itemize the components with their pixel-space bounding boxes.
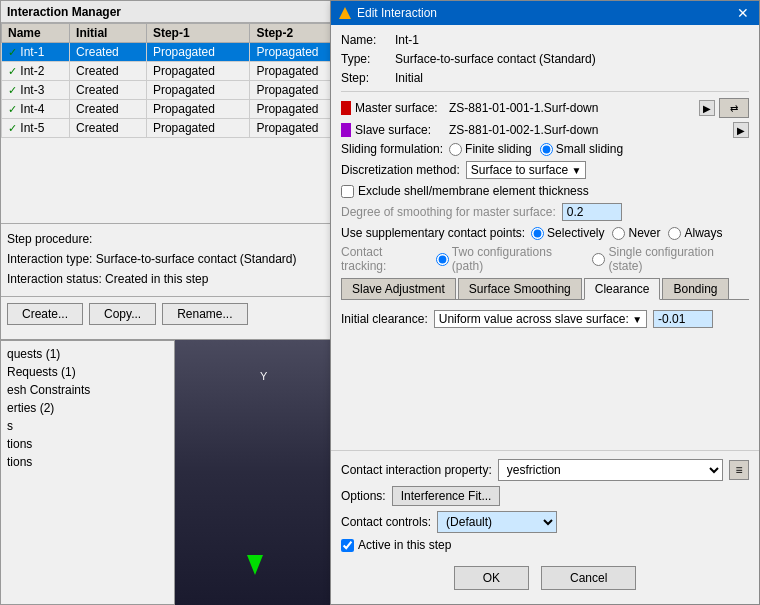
copy-button[interactable]: Copy... bbox=[89, 303, 156, 325]
sidebar-item-s[interactable]: s bbox=[7, 417, 168, 435]
supplementary-row: Use supplementary contact points: Select… bbox=[341, 226, 749, 240]
step-procedure-section: Step procedure: Interaction type: Surfac… bbox=[1, 223, 354, 296]
name-value: Int-1 bbox=[395, 33, 419, 47]
left-sidebar: quests (1) Requests (1) esh Constraints … bbox=[0, 340, 175, 605]
interaction-type-row: Interaction type: Surface-to-surface con… bbox=[7, 250, 348, 268]
name-label: Name: bbox=[341, 33, 391, 47]
discretization-select[interactable]: Surface to surface ▼ bbox=[466, 161, 587, 179]
tabs-bar: Slave Adjustment Surface Smoothing Clear… bbox=[341, 278, 749, 300]
cell-name: ✓ Int-3 bbox=[2, 81, 70, 100]
swap-arrows-icon[interactable]: ⇄ bbox=[719, 98, 749, 118]
small-sliding-option[interactable]: Small sliding bbox=[540, 142, 623, 156]
active-in-step-row: Active in this step bbox=[341, 538, 749, 552]
supplementary-label: Use supplementary contact points: bbox=[341, 226, 525, 240]
contact-tracking-row: Contact tracking: Two configurations (pa… bbox=[341, 245, 749, 273]
always-radio[interactable] bbox=[668, 227, 681, 240]
initial-clearance-label: Initial clearance: bbox=[341, 312, 428, 326]
always-option[interactable]: Always bbox=[668, 226, 722, 240]
cell-initial: Created bbox=[70, 100, 147, 119]
col-header-step1: Step-1 bbox=[146, 24, 250, 43]
dialog-close-button[interactable]: ✕ bbox=[735, 5, 751, 21]
tab-clearance[interactable]: Clearance bbox=[584, 278, 661, 300]
sidebar-item-tions1[interactable]: tions bbox=[7, 435, 168, 453]
sidebar-item-tions2[interactable]: tions bbox=[7, 453, 168, 471]
type-label: Type: bbox=[341, 52, 391, 66]
dialog-title-icon bbox=[339, 7, 351, 19]
controls-row: Contact controls: (Default) bbox=[341, 511, 749, 533]
clearance-value-input[interactable] bbox=[653, 310, 713, 328]
discretization-label: Discretization method: bbox=[341, 163, 460, 177]
edit-interaction-dialog: Edit Interaction ✕ Name: Int-1 Type: Sur… bbox=[330, 0, 760, 605]
supplementary-radio-group: Selectively Never Always bbox=[531, 226, 722, 240]
create-button[interactable]: Create... bbox=[7, 303, 83, 325]
cell-step1: Propagated bbox=[146, 43, 250, 62]
table-row[interactable]: ✓ Int-5 Created Propagated Propagated bbox=[2, 119, 354, 138]
cell-initial: Created bbox=[70, 81, 147, 100]
manager-buttons-row: Create... Copy... Rename... bbox=[1, 296, 354, 331]
single-config-option[interactable]: Single configuration (state) bbox=[592, 245, 749, 273]
never-option[interactable]: Never bbox=[612, 226, 660, 240]
sidebar-item-mesh-constraints[interactable]: esh Constraints bbox=[7, 381, 168, 399]
table-row[interactable]: ✓ Int-4 Created Propagated Propagated bbox=[2, 100, 354, 119]
sidebar-item-quests[interactable]: quests (1) bbox=[7, 345, 168, 363]
active-in-step-checkbox[interactable] bbox=[341, 539, 354, 552]
dialog-actions: OK Cancel bbox=[341, 560, 749, 596]
contact-tracking-label: Contact tracking: bbox=[341, 245, 430, 273]
two-config-option[interactable]: Two configurations (path) bbox=[436, 245, 585, 273]
dialog-title-left: Edit Interaction bbox=[339, 6, 437, 20]
single-config-radio[interactable] bbox=[592, 253, 605, 266]
sidebar-item-requests[interactable]: Requests (1) bbox=[7, 363, 168, 381]
cancel-button[interactable]: Cancel bbox=[541, 566, 636, 590]
never-radio[interactable] bbox=[612, 227, 625, 240]
smoothing-row: Degree of smoothing for master surface: bbox=[341, 203, 749, 221]
ok-button[interactable]: OK bbox=[454, 566, 529, 590]
step-label: Step: bbox=[341, 71, 391, 85]
green-arrow bbox=[247, 555, 263, 575]
controls-select[interactable]: (Default) bbox=[437, 511, 557, 533]
manager-table-area[interactable]: Name Initial Step-1 Step-2 ✓ Int-1 Creat… bbox=[1, 23, 354, 223]
slave-surface-select-button[interactable]: ▶ bbox=[733, 122, 749, 138]
interference-fit-button[interactable]: Interference Fit... bbox=[392, 486, 501, 506]
master-surface-select-button[interactable]: ▶ bbox=[699, 100, 715, 116]
exclude-shell-row: Exclude shell/membrane element thickness bbox=[341, 184, 749, 198]
tab-bonding[interactable]: Bonding bbox=[662, 278, 728, 299]
small-sliding-radio[interactable] bbox=[540, 143, 553, 156]
sliding-formulation-row: Sliding formulation: Finite sliding Smal… bbox=[341, 142, 749, 156]
step-row: Step: Initial bbox=[341, 71, 749, 85]
manager-titlebar: Interaction Manager bbox=[1, 1, 354, 23]
uniform-value-select[interactable]: Uniform value across slave surface: ▼ bbox=[434, 310, 647, 328]
slave-surface-label: Slave surface: bbox=[355, 123, 445, 137]
table-row[interactable]: ✓ Int-1 Created Propagated Propagated bbox=[2, 43, 354, 62]
contact-property-select[interactable]: yesfriction bbox=[498, 459, 723, 481]
finite-sliding-radio[interactable] bbox=[449, 143, 462, 156]
two-config-radio[interactable] bbox=[436, 253, 449, 266]
finite-sliding-option[interactable]: Finite sliding bbox=[449, 142, 532, 156]
rename-button[interactable]: Rename... bbox=[162, 303, 247, 325]
type-value: Surface-to-surface contact (Standard) bbox=[395, 52, 596, 66]
never-label: Never bbox=[628, 226, 660, 240]
table-row[interactable]: ✓ Int-3 Created Propagated Propagated bbox=[2, 81, 354, 100]
options-label: Options: bbox=[341, 489, 386, 503]
interaction-status-label: Interaction status: bbox=[7, 272, 102, 286]
cell-step1: Propagated bbox=[146, 100, 250, 119]
slave-surface-row: Slave surface: ZS-881-01-002-1.Surf-down… bbox=[341, 122, 749, 138]
cell-step1: Propagated bbox=[146, 62, 250, 81]
two-config-label: Two configurations (path) bbox=[452, 245, 585, 273]
controls-label: Contact controls: bbox=[341, 515, 431, 529]
exclude-shell-checkbox[interactable] bbox=[341, 185, 354, 198]
manager-title: Interaction Manager bbox=[7, 5, 121, 19]
dialog-title: Edit Interaction bbox=[357, 6, 437, 20]
selectively-radio[interactable] bbox=[531, 227, 544, 240]
tab-surface-smoothing[interactable]: Surface Smoothing bbox=[458, 278, 582, 299]
selectively-option[interactable]: Selectively bbox=[531, 226, 604, 240]
name-row: Name: Int-1 bbox=[341, 33, 749, 47]
cell-step1: Propagated bbox=[146, 81, 250, 100]
sidebar-item-properties[interactable]: erties (2) bbox=[7, 399, 168, 417]
clearance-tab-content: Initial clearance: Uniform value across … bbox=[341, 306, 749, 338]
tab-slave-adjustment[interactable]: Slave Adjustment bbox=[341, 278, 456, 299]
table-row[interactable]: ✓ Int-2 Created Propagated Propagated bbox=[2, 62, 354, 81]
contact-property-icon[interactable]: ≡ bbox=[729, 460, 749, 480]
smoothing-input[interactable] bbox=[562, 203, 622, 221]
contact-property-label: Contact interaction property: bbox=[341, 463, 492, 477]
cell-name: ✓ Int-5 bbox=[2, 119, 70, 138]
